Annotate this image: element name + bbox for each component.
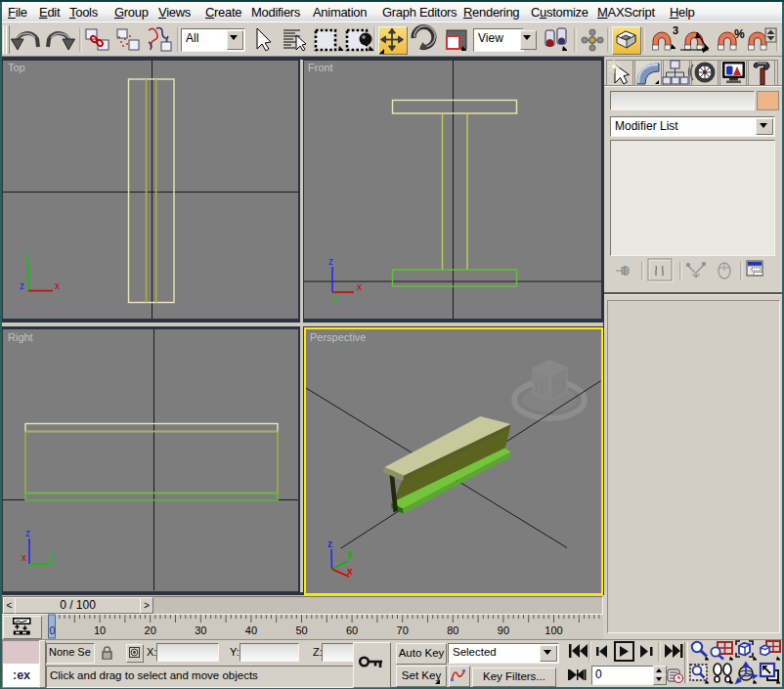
svg-text:100: 100: [544, 624, 562, 636]
svg-text:z: z: [328, 256, 333, 267]
svg-text:z: z: [327, 538, 332, 549]
svg-text:10: 10: [94, 624, 106, 636]
svg-text:y: y: [347, 548, 353, 559]
svg-text:90: 90: [498, 624, 509, 636]
svg-text:30: 30: [195, 624, 206, 636]
svg-text:40: 40: [245, 624, 257, 636]
svg-text:x: x: [357, 281, 362, 292]
svg-text:20: 20: [145, 624, 156, 636]
svg-text:70: 70: [397, 624, 409, 636]
svg-text:50: 50: [295, 624, 307, 636]
svg-text:y: y: [24, 251, 29, 262]
svg-text:z: z: [20, 280, 24, 291]
svg-text:80: 80: [447, 624, 458, 636]
svg-text:x: x: [22, 552, 26, 563]
svg-text:y: y: [50, 550, 55, 561]
svg-text:x: x: [347, 566, 353, 577]
svg-text:z: z: [25, 528, 30, 538]
svg-text:60: 60: [346, 624, 358, 636]
svg-text:y: y: [333, 292, 338, 303]
svg-text:0: 0: [49, 624, 55, 636]
svg-text:x: x: [55, 280, 60, 291]
